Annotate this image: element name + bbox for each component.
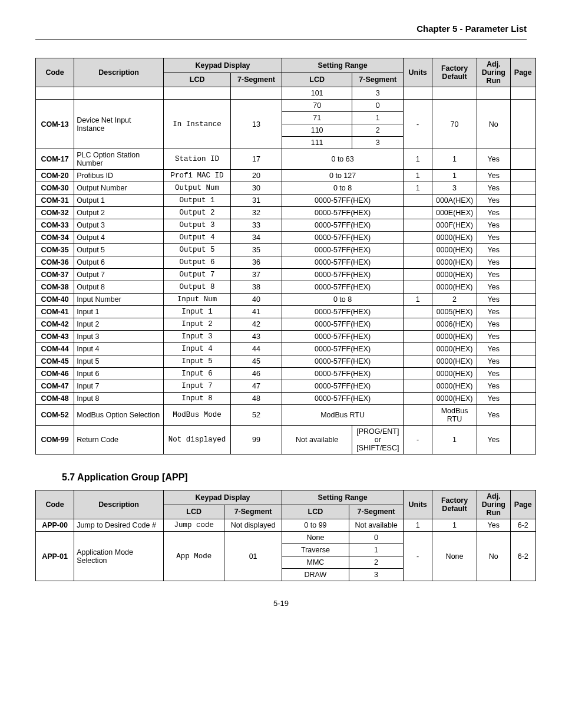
cell-desc: Input Number bbox=[74, 294, 164, 306]
cell-adj: Yes bbox=[477, 256, 510, 269]
cell-desc: Input 8 bbox=[74, 393, 164, 405]
cell-lcd: Output 3 bbox=[164, 219, 231, 232]
cell-range: 0 to 63 bbox=[282, 149, 403, 170]
cell-page bbox=[510, 100, 536, 149]
cell-code: COM-46 bbox=[36, 368, 74, 380]
table-row: COM-13Device Net Input InstanceIn Instan… bbox=[36, 100, 536, 112]
cell-page bbox=[510, 355, 536, 368]
cell-adj: Yes bbox=[477, 207, 510, 219]
cell-lcd: Output 1 bbox=[164, 195, 231, 207]
cell-lcd: ModBus Mode bbox=[164, 405, 231, 426]
cell-page bbox=[510, 306, 536, 318]
cell-code: COM-38 bbox=[36, 281, 74, 294]
cell-desc: Input 2 bbox=[74, 318, 164, 331]
cell-adj: Yes bbox=[477, 368, 510, 380]
th-keypad: Keypad Display bbox=[164, 58, 282, 73]
cell-adj: Yes bbox=[477, 269, 510, 281]
cell-page bbox=[510, 244, 536, 256]
cell-adj: Yes bbox=[477, 306, 510, 318]
cell-code: COM-33 bbox=[36, 219, 74, 232]
cell-units: - bbox=[404, 100, 432, 149]
cell-page bbox=[510, 343, 536, 355]
cell-range-lcd: 70 bbox=[282, 100, 352, 112]
cell-units: 1 bbox=[404, 182, 432, 195]
cell-code: COM-43 bbox=[36, 331, 74, 343]
cell-desc: Output 2 bbox=[74, 207, 164, 219]
cell-code: APP-00 bbox=[36, 519, 74, 532]
cell-units: 1 bbox=[404, 170, 432, 182]
cell-adj: Yes bbox=[477, 281, 510, 294]
cell-default: 0000(HEX) bbox=[432, 281, 477, 294]
th-keypad: Keypad Display bbox=[164, 490, 282, 505]
cell-units bbox=[404, 343, 432, 355]
table-row: COM-36Output 6Output 6360000-57FF(HEX)00… bbox=[36, 256, 536, 269]
cell-desc: Return Code bbox=[74, 426, 164, 454]
th-7seg: 7-Segment bbox=[224, 505, 282, 519]
cell-code: COM-40 bbox=[36, 294, 74, 306]
cell-range-7seg: 0 bbox=[349, 532, 403, 544]
cell-units bbox=[404, 318, 432, 331]
cell-range-7seg: 1 bbox=[349, 544, 403, 556]
table-row: COM-46Input 6Input 6460000-57FF(HEX)0000… bbox=[36, 368, 536, 380]
cell-default: 0000(HEX) bbox=[432, 331, 477, 343]
th-code: Code bbox=[36, 58, 74, 87]
table-row: COM-34Output 4Output 4340000-57FF(HEX)00… bbox=[36, 232, 536, 244]
cell-range: 0000-57FF(HEX) bbox=[282, 331, 403, 343]
cell-range-lcd: MMC bbox=[282, 556, 349, 569]
cell-range: 0000-57FF(HEX) bbox=[282, 368, 403, 380]
cell-7seg: 30 bbox=[231, 182, 282, 195]
cell-7seg: 20 bbox=[231, 170, 282, 182]
cell-7seg: 31 bbox=[231, 195, 282, 207]
cell-units bbox=[404, 219, 432, 232]
cell-7seg: 01 bbox=[224, 532, 282, 581]
th-default: Factory Default bbox=[432, 490, 477, 519]
cell-desc: Jump to Desired Code # bbox=[74, 519, 164, 532]
cell-desc: Output 1 bbox=[74, 195, 164, 207]
cell-code: COM-35 bbox=[36, 244, 74, 256]
cell-desc: Profibus ID bbox=[74, 170, 164, 182]
cell-code: APP-01 bbox=[36, 532, 74, 581]
cell-range-7seg: 2 bbox=[352, 124, 404, 137]
cell-range: 0000-57FF(HEX) bbox=[282, 219, 403, 232]
cell-range: 0000-57FF(HEX) bbox=[282, 195, 403, 207]
cell-lcd: Output 4 bbox=[164, 232, 231, 244]
cell-desc: Output 7 bbox=[74, 269, 164, 281]
cell-lcd: Input Num bbox=[164, 294, 231, 306]
cell-range: 0 to 8 bbox=[282, 294, 403, 306]
cell-7seg: 40 bbox=[231, 294, 282, 306]
th-range-7seg: 7-Segment bbox=[352, 73, 404, 87]
cell-range: 0 to 127 bbox=[282, 170, 403, 182]
th-units: Units bbox=[404, 490, 432, 519]
th-desc: Description bbox=[74, 58, 164, 87]
table-row: COM-42Input 2Input 2420000-57FF(HEX)0006… bbox=[36, 318, 536, 331]
cell-7seg: 43 bbox=[231, 331, 282, 343]
cell-adj: Yes bbox=[477, 380, 510, 393]
cell-default: 1 bbox=[432, 170, 477, 182]
table-row: COM-30Output NumberOutput Num300 to 813Y… bbox=[36, 182, 536, 195]
table-row: COM-44Input 4Input 4440000-57FF(HEX)0000… bbox=[36, 343, 536, 355]
cell-lcd: Output 6 bbox=[164, 256, 231, 269]
cell-page: 6-2 bbox=[510, 532, 536, 581]
cell-adj: Yes bbox=[477, 426, 510, 454]
cell-range: 0000-57FF(HEX) bbox=[282, 232, 403, 244]
th-page: Page bbox=[510, 58, 536, 87]
cell-adj: Yes bbox=[477, 331, 510, 343]
cell-lcd: Profi MAC ID bbox=[164, 170, 231, 182]
th-page: Page bbox=[510, 490, 536, 519]
cell-code: COM-41 bbox=[36, 306, 74, 318]
parameter-table-com: Code Description Keypad Display Setting … bbox=[35, 58, 536, 454]
cell-units bbox=[404, 256, 432, 269]
cell-code: COM-45 bbox=[36, 355, 74, 368]
cell-page bbox=[510, 232, 536, 244]
cell-page bbox=[510, 318, 536, 331]
cell-default: 0000(HEX) bbox=[432, 393, 477, 405]
cell-default: 1 bbox=[432, 426, 477, 454]
cell-range-lcd: Traverse bbox=[282, 544, 349, 556]
cell-units: 1 bbox=[404, 519, 432, 532]
cell-lcd: Jump code bbox=[164, 519, 224, 532]
cell-lcd: Input 2 bbox=[164, 318, 231, 331]
cell-code: COM-36 bbox=[36, 256, 74, 269]
cell-lcd: App Mode bbox=[164, 532, 224, 581]
cell-range-7seg: 3 bbox=[349, 569, 403, 581]
cell-page bbox=[510, 269, 536, 281]
